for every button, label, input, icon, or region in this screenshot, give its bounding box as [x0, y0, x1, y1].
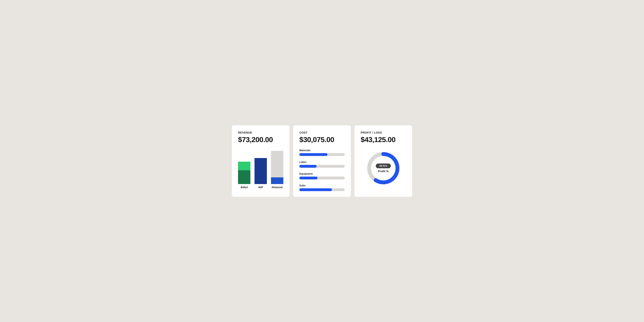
dashboard: REVENUE $73,200.00 Billed: [232, 125, 412, 197]
bar-label-wip: WIP: [258, 186, 263, 189]
bar-label-billed: Billed: [241, 186, 248, 189]
progress-fill-equipment: [299, 176, 318, 180]
donut-center-label: Profit %: [378, 170, 388, 173]
cost-label: COST: [299, 131, 345, 134]
bar-label-retained: Retained: [272, 186, 282, 189]
revenue-bar-chart: Billed WIP Retained: [238, 149, 283, 190]
cost-item-label-labor: Labor: [299, 160, 345, 164]
revenue-card: REVENUE $73,200.00 Billed: [232, 125, 290, 197]
cost-item-label-materials: Materials: [299, 149, 345, 152]
cost-item-labor: Labor: [299, 160, 345, 168]
bar-col-billed: Billed: [238, 148, 250, 189]
bar-col-retained: Retained: [271, 148, 283, 189]
bar-wrapper-retained: [271, 148, 283, 184]
progress-track-labor: [299, 165, 345, 168]
cost-item-label-equipment: Equipment: [299, 172, 345, 175]
donut-center: 58.91% Profit %: [376, 164, 391, 173]
cost-item-materials: Materials: [299, 149, 345, 156]
progress-track-equipment: [299, 176, 345, 180]
bar-wrapper-billed: [238, 148, 250, 184]
donut-container: 58.91% Profit %: [361, 149, 406, 188]
progress-fill-labor: [299, 165, 316, 168]
profit-label: PROFIT / LOSS: [361, 131, 406, 134]
bar-fill-green-light: [238, 162, 250, 170]
progress-track-subs: [299, 188, 345, 191]
bar-bg-retained: [271, 151, 283, 184]
bar-wrapper-wip: [254, 148, 267, 184]
revenue-label: REVENUE: [238, 131, 283, 134]
progress-fill-materials: [299, 153, 328, 156]
donut-wrapper: 58.91% Profit %: [364, 149, 403, 188]
cost-item-equipment: Equipment: [299, 172, 345, 180]
bar-fill-blue-dark: [254, 158, 267, 184]
bar-col-wip: WIP: [254, 148, 267, 189]
profit-value: $43,125.00: [361, 135, 406, 144]
cost-card: COST $30,075.00 Materials Labor Equipmen…: [293, 125, 351, 197]
progress-track-materials: [299, 153, 345, 156]
progress-fill-subs: [299, 188, 332, 191]
cost-value: $30,075.00: [299, 135, 345, 144]
cost-item-label-subs: Subs: [299, 184, 345, 187]
donut-pill: 58.91%: [376, 164, 391, 168]
bar-fill-blue: [271, 177, 283, 184]
cost-item-subs: Subs: [299, 184, 345, 191]
cost-items: Materials Labor Equipment Subs: [299, 149, 345, 191]
revenue-value: $73,200.00: [238, 135, 283, 144]
bar-bg-billed: [238, 162, 250, 184]
bar-bg-wip: [254, 158, 267, 184]
profit-card: PROFIT / LOSS $43,125.00 58.91% Profit %: [354, 125, 412, 197]
bar-fill-green-dark: [238, 170, 250, 184]
